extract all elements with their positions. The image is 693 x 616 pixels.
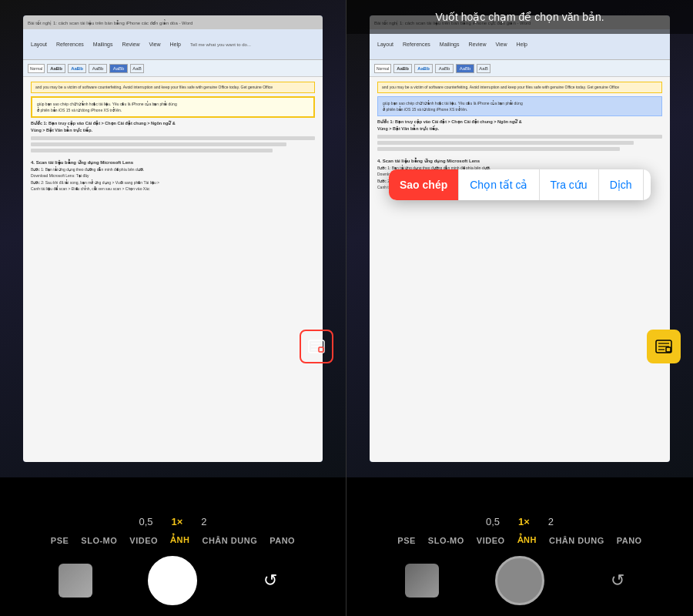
- content-line3: [31, 149, 273, 152]
- selected-text-box: giúp bạn sao chép chữ từ ảnh hoặc tài li…: [377, 96, 662, 116]
- style-aabb2: AaBb: [68, 64, 86, 73]
- action-menu: Sao chép Chọn tất cả Tra cứu Dịch Chia s…: [346, 169, 693, 200]
- right-zoom-05[interactable]: 0,5: [486, 516, 500, 527]
- live-text-icon-left[interactable]: [300, 330, 333, 363]
- hint-text: Vuốt hoặc chạm để chọn văn bản.: [435, 11, 604, 23]
- right-help-tab: Help: [514, 40, 531, 49]
- content-line1: [31, 136, 315, 140]
- action-chiase[interactable]: Chia sẻ...: [644, 169, 651, 200]
- right-mode-pse[interactable]: PSE: [397, 536, 416, 545]
- right-references-tab: References: [400, 40, 434, 49]
- right-mode-bar: PSE SLO-MO VIDEO ẢNH CHÂN DUNG PANO: [346, 532, 693, 550]
- action-tracuu[interactable]: Tra cứu: [540, 169, 599, 200]
- left-capture-bar: ↺: [0, 550, 346, 616]
- highlight-text-content: giúp bạn sao chép chữ từ ảnh hoặc tài li…: [37, 101, 309, 113]
- right-layout-tab: Layout: [374, 40, 397, 49]
- step1-heading: Bước 1: Bạn truy cập vào Cài đặt > Chọn …: [31, 121, 315, 126]
- review-tab: Review: [119, 40, 143, 49]
- right-capture-bar: ↺: [346, 550, 693, 616]
- left-camera-controls: 0,5 1× 2 PSE SLO-MO VIDEO ẢNH CHÂN DUNG …: [0, 508, 346, 616]
- left-capture-button[interactable]: [148, 556, 197, 605]
- left-photo-thumbnail[interactable]: [59, 564, 92, 598]
- left-zoom-1x[interactable]: 1×: [172, 516, 183, 527]
- style-aabb1: AaBb: [47, 64, 65, 73]
- svg-rect-4: [319, 347, 323, 352]
- right-camera-viewfinder: Bài tốt nghị 1: cách scan tài liệu trên …: [346, 0, 693, 477]
- left-document-screen: Bài tốt nghị 1: cách scan tài liệu trên …: [23, 15, 323, 462]
- right-capture-button[interactable]: [495, 556, 544, 605]
- right-content-line1: [377, 135, 662, 139]
- view-tab: View: [146, 40, 163, 49]
- right-style-aabb1: AaBb: [393, 64, 412, 73]
- right-style-aab: AaB: [477, 64, 490, 73]
- right-style-aabb3: AaBb: [435, 64, 454, 73]
- right-style-aabb4: AaBb: [456, 64, 474, 73]
- left-mode-pano[interactable]: PANO: [270, 536, 295, 545]
- right-view-tab: View: [492, 40, 510, 49]
- heading2: 4. Scan tài liệu bằng ứng dụng Microsoft…: [31, 159, 315, 165]
- right-mode-chandung[interactable]: CHÂN DUNG: [549, 536, 604, 545]
- action-saochep[interactable]: Sao chép: [389, 169, 459, 200]
- style-aabb3: AaBb: [89, 64, 107, 73]
- left-mode-pse[interactable]: PSE: [51, 536, 69, 545]
- mailings-tab: Mailings: [90, 40, 116, 49]
- content-line2: [31, 142, 286, 146]
- right-panel: Vuốt hoặc chạm để chọn văn bản. Bài tốt …: [346, 0, 693, 616]
- left-zoom-05[interactable]: 0,5: [139, 516, 152, 527]
- right-zoom-2[interactable]: 2: [548, 516, 554, 527]
- right-content-line2: [377, 141, 634, 145]
- right-heading2: 4. Scan tài liệu bằng ứng dụng Microsoft…: [377, 158, 662, 163]
- right-warning-banner: and you may be a victim of software coun…: [377, 82, 662, 93]
- highlighted-text-box: giúp bạn sao chép chữ từ ảnh hoặc tài li…: [31, 96, 315, 118]
- right-review-tab: Review: [466, 40, 490, 49]
- step1-heading2: Vùng > Bật Văn bản trực tiếp.: [31, 128, 315, 132]
- right-step1-heading: Bước 1: Bạn truy cập vào Cài đặt > Chọn …: [377, 119, 662, 124]
- right-photo-thumbnail[interactable]: [405, 564, 439, 598]
- left-camera-viewfinder: Bài tốt nghị 1: cách scan tài liệu trên …: [0, 0, 346, 477]
- right-zoom-bar: 0,5 1× 2: [346, 508, 693, 532]
- right-style-aabb2: AaBb: [414, 64, 433, 73]
- action-bar: Sao chép Chọn tất cả Tra cứu Dịch Chia s…: [389, 169, 651, 200]
- help-tab: Help: [167, 40, 184, 49]
- step-content: Bước 1: Bạn tải ứng dụng theo đường dẫn …: [31, 167, 315, 179]
- style-normal: Normal: [28, 64, 45, 73]
- selected-text-content: giúp bạn sao chép chữ từ ảnh hoặc tài li…: [383, 100, 657, 112]
- right-mode-slomo[interactable]: SLO-MO: [428, 536, 464, 545]
- left-mode-slomo[interactable]: SLO-MO: [81, 536, 117, 545]
- right-zoom-1x[interactable]: 1×: [518, 516, 530, 527]
- style-aab: AaB: [130, 64, 144, 73]
- left-mode-video[interactable]: VIDEO: [129, 536, 158, 545]
- left-zoom-bar: 0,5 1× 2: [0, 508, 346, 532]
- references-tab: References: [53, 40, 87, 49]
- left-rotate-button[interactable]: ↺: [253, 564, 287, 598]
- action-dich[interactable]: Dịch: [599, 169, 644, 200]
- right-hint-bar: Vuốt hoặc chạm để chọn văn bản.: [346, 0, 693, 34]
- left-panel: Bài tốt nghị 1: cách scan tài liệu trên …: [0, 0, 346, 616]
- live-text-icon-right[interactable]: [647, 330, 681, 363]
- right-camera-controls: 0,5 1× 2 PSE SLO-MO VIDEO ẢNH CHÂN DUNG …: [346, 508, 693, 616]
- style-aabb4: AaBb: [109, 64, 128, 73]
- action-chontatca[interactable]: Chọn tất cả: [459, 169, 539, 200]
- right-mode-pano[interactable]: PANO: [617, 536, 642, 545]
- left-mode-bar: PSE SLO-MO VIDEO ẢNH CHÂN DUNG PANO: [0, 532, 346, 550]
- left-doc-title: Bài tốt nghị 1: cách scan tài liệu trên …: [28, 20, 192, 25]
- right-content-line3: [377, 147, 620, 151]
- left-zoom-2[interactable]: 2: [201, 516, 206, 527]
- left-mode-anh[interactable]: ẢNH: [170, 535, 189, 545]
- svg-rect-9: [666, 347, 671, 352]
- warning-banner: and you may be a victim of software coun…: [31, 82, 315, 93]
- tell-me: Tell me what you want to do...: [190, 42, 251, 47]
- layout-tab: Layout: [28, 40, 50, 49]
- step2-content: Bước 2: Sau khi đã tải xong, bạn mở ứng …: [31, 180, 315, 192]
- right-document-screen: Bài tốt nghị 1: cách scan tài liệu trên …: [370, 15, 670, 462]
- right-rotate-button[interactable]: ↺: [601, 564, 634, 598]
- right-mode-anh[interactable]: ẢNH: [517, 535, 537, 545]
- right-mode-video[interactable]: VIDEO: [477, 536, 505, 545]
- right-style-normal: Normal: [374, 64, 391, 73]
- left-mode-chandung[interactable]: CHÂN DUNG: [202, 536, 257, 545]
- right-mailings-tab: Mailings: [437, 40, 463, 49]
- right-step1-heading2: Vùng > Bật Văn bản trực tiếp.: [377, 126, 662, 131]
